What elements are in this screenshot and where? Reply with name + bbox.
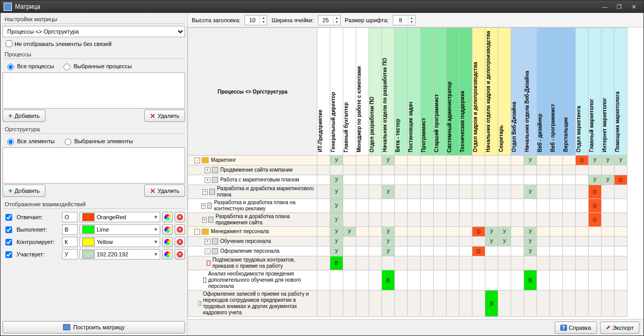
matrix-cell[interactable] — [369, 199, 382, 213]
spin-down[interactable]: ▼ — [408, 20, 415, 24]
matrix-cell[interactable] — [537, 227, 550, 237]
matrix-cell[interactable] — [421, 291, 434, 317]
selected-processes-radio[interactable]: Выбранные процессы — [61, 62, 131, 70]
processes-listbox[interactable] — [3, 72, 185, 109]
matrix-cell[interactable]: У — [485, 237, 498, 247]
matrix-cell[interactable]: У — [498, 227, 511, 237]
matrix-cell[interactable] — [550, 227, 563, 237]
matrix-cell[interactable] — [447, 165, 459, 175]
matrix-cell[interactable] — [615, 227, 627, 237]
matrix-cell[interactable] — [421, 256, 434, 270]
matrix-cell[interactable]: У — [498, 237, 511, 247]
matrix-cell[interactable] — [421, 213, 434, 227]
column-header[interactable]: Помощник маркетолога — [615, 28, 627, 156]
matrix-cell[interactable] — [421, 247, 434, 256]
matrix-cell[interactable] — [343, 199, 356, 213]
matrix-cell[interactable] — [524, 165, 537, 175]
tree-expander[interactable]: + — [205, 239, 210, 245]
matrix-cell[interactable]: О — [576, 156, 589, 165]
column-header[interactable]: Веб - программист — [550, 28, 563, 156]
matrix-cell[interactable] — [576, 237, 589, 247]
spin-down[interactable]: ▼ — [259, 20, 267, 24]
row-header[interactable]: -Оформление персонала — [188, 247, 317, 256]
matrix-cell[interactable] — [615, 291, 627, 317]
matrix-cell[interactable]: У — [382, 237, 395, 247]
matrix-cell[interactable] — [615, 185, 627, 199]
matrix-cell[interactable] — [550, 256, 563, 270]
role-delete-button[interactable]: ✕ — [175, 249, 185, 259]
matrix-cell[interactable]: В — [382, 270, 395, 291]
matrix-cell[interactable] — [511, 227, 524, 237]
column-header[interactable]: Веб - дизайнер — [537, 28, 550, 156]
matrix-cell[interactable] — [589, 227, 602, 237]
matrix-cell[interactable] — [356, 291, 369, 317]
row-header[interactable]: Подписание трудовых контрактов, приказов… — [188, 256, 317, 270]
matrix-cell[interactable]: У — [330, 185, 343, 199]
matrix-cell[interactable] — [330, 270, 343, 291]
matrix-cell[interactable] — [421, 199, 434, 213]
spin-down[interactable]: ▼ — [333, 20, 340, 24]
matrix-cell[interactable] — [524, 256, 537, 270]
matrix-cell[interactable] — [356, 165, 369, 175]
matrix-cell[interactable] — [576, 175, 589, 185]
matrix-cell[interactable] — [576, 247, 589, 256]
matrix-cell[interactable] — [576, 291, 589, 317]
matrix-cell[interactable] — [369, 237, 382, 247]
matrix-cell[interactable] — [421, 175, 434, 185]
matrix-cell[interactable] — [537, 185, 550, 199]
matrix-cell[interactable] — [447, 175, 459, 185]
matrix-cell[interactable] — [343, 185, 356, 199]
matrix-cell[interactable] — [356, 256, 369, 270]
spin-up[interactable]: ▲ — [408, 16, 415, 20]
matrix-cell[interactable] — [563, 165, 576, 175]
matrix-cell[interactable] — [511, 237, 524, 247]
matrix-cell[interactable] — [447, 237, 459, 247]
tree-expander[interactable]: + — [202, 217, 207, 223]
matrix-cell[interactable] — [550, 213, 563, 227]
matrix-cell[interactable] — [537, 291, 550, 317]
matrix-cell[interactable] — [537, 213, 550, 227]
role-code-input[interactable] — [62, 224, 78, 235]
matrix-cell[interactable] — [589, 247, 602, 256]
matrix-cell[interactable] — [408, 165, 421, 175]
matrix-cell[interactable] — [589, 237, 602, 247]
matrix-cell[interactable] — [485, 156, 498, 165]
tree-expander[interactable]: + — [205, 167, 210, 173]
role-checkbox[interactable] — [5, 239, 13, 246]
row-header[interactable]: Оформление записей о приеме на работу и … — [188, 291, 317, 317]
role-code-input[interactable] — [62, 237, 78, 247]
matrix-cell[interactable] — [382, 256, 395, 270]
matrix-cell[interactable] — [408, 175, 421, 185]
matrix-cell[interactable] — [369, 185, 382, 199]
matrix-cell[interactable] — [459, 213, 472, 227]
matrix-cell[interactable] — [602, 227, 615, 237]
matrix-cell[interactable] — [576, 213, 589, 227]
matrix-cell[interactable] — [485, 199, 498, 213]
matrix-cell[interactable] — [356, 227, 369, 237]
matrix-cell[interactable] — [343, 237, 356, 247]
matrix-cell[interactable] — [356, 270, 369, 291]
matrix-cell[interactable]: У — [615, 156, 627, 165]
matrix-cell[interactable] — [395, 165, 408, 175]
matrix-cell[interactable]: В — [485, 291, 498, 317]
role-delete-button[interactable]: ✕ — [175, 237, 185, 247]
row-header[interactable]: -Менеджмент персонала — [188, 227, 317, 237]
matrix-cell[interactable] — [485, 213, 498, 227]
matrix-cell[interactable] — [317, 247, 330, 256]
tree-expander[interactable]: + — [203, 189, 208, 195]
matrix-cell[interactable] — [408, 247, 421, 256]
matrix-cell[interactable] — [524, 199, 537, 213]
column-header[interactable]: Отдел маркетинга — [576, 28, 589, 156]
matrix-cell[interactable] — [369, 256, 382, 270]
matrix-cell[interactable]: У — [382, 185, 395, 199]
matrix-cell[interactable] — [576, 165, 589, 175]
column-header[interactable]: Техническая поддержка — [459, 28, 472, 156]
matrix-cell[interactable] — [382, 175, 395, 185]
matrix-cell[interactable] — [395, 270, 408, 291]
matrix-cell[interactable] — [434, 237, 447, 247]
column-header[interactable]: Главный маркетолог — [589, 28, 602, 156]
matrix-cell[interactable] — [317, 237, 330, 247]
export-button[interactable]: ⬈Экспорт — [600, 322, 639, 334]
matrix-cell[interactable] — [408, 291, 421, 317]
matrix-cell[interactable] — [498, 156, 511, 165]
